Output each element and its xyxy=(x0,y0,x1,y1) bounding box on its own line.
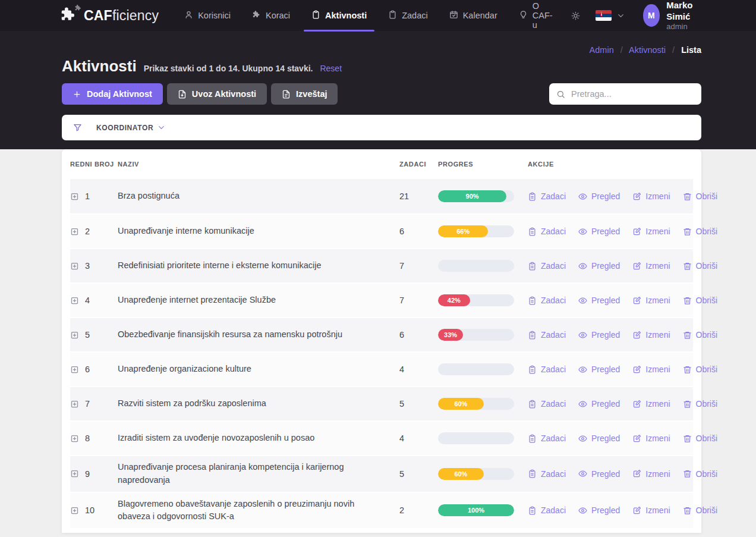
clipboard-list-icon xyxy=(528,262,537,271)
tasks-count: 4 xyxy=(399,434,438,443)
action-zadaci[interactable]: Zadaci xyxy=(528,296,566,305)
row-number: 7 xyxy=(85,399,90,409)
user-menu[interactable]: M Marko Simić admin xyxy=(643,0,706,31)
breadcrumb-admin[interactable]: Admin xyxy=(590,45,614,55)
action-pregled[interactable]: Pregled xyxy=(578,505,620,515)
nav-item-zadaci[interactable]: Zadaci xyxy=(385,0,431,31)
tasks-count: 7 xyxy=(399,296,438,305)
action-zadaci[interactable]: Zadaci xyxy=(528,469,566,479)
action-zadaci[interactable]: Zadaci xyxy=(528,434,566,443)
action-pregled[interactable]: Pregled xyxy=(578,191,620,201)
table-body: 1Brza postignuća2190%ZadaciPregledIzmeni… xyxy=(70,179,693,528)
table-row: 4Unapređenje internet prezentacije Služb… xyxy=(70,282,693,317)
activity-name: Unapređivanje interne komunikacije xyxy=(118,225,399,238)
action-zadaci[interactable]: Zadaci xyxy=(528,227,566,236)
action-obrisi[interactable]: Obriši xyxy=(683,399,718,409)
action-izmeni[interactable]: Izmeni xyxy=(632,261,670,271)
action-zadaci[interactable]: Zadaci xyxy=(528,365,566,374)
action-zadaci[interactable]: Zadaci xyxy=(528,261,566,271)
action-pregled[interactable]: Pregled xyxy=(578,365,620,374)
theme-toggle-sun-icon[interactable] xyxy=(571,11,580,20)
row-number: 8 xyxy=(85,434,90,443)
action-izmeni[interactable]: Izmeni xyxy=(632,505,670,515)
action-obrisi[interactable]: Obriši xyxy=(683,434,718,443)
action-izmeni[interactable]: Izmeni xyxy=(632,434,670,443)
puzzle-icon xyxy=(252,10,261,21)
eye-icon xyxy=(578,365,587,374)
action-izmeni[interactable]: Izmeni xyxy=(632,469,670,479)
action-izmeni[interactable]: Izmeni xyxy=(632,191,670,201)
trash-icon xyxy=(683,262,692,271)
reset-link[interactable]: Reset xyxy=(320,64,342,73)
action-pregled[interactable]: Pregled xyxy=(578,434,620,443)
action-pregled[interactable]: Pregled xyxy=(578,469,620,479)
table-row: 10Blagovremeno obaveštavanje zaposlenih … xyxy=(70,492,693,529)
action-izmeni[interactable]: Izmeni xyxy=(632,399,670,409)
nav-item-aktivnosti[interactable]: Aktivnosti xyxy=(308,0,370,31)
calendar-icon xyxy=(449,10,458,21)
expand-row-icon[interactable] xyxy=(70,262,79,271)
action-izmeni[interactable]: Izmeni xyxy=(632,227,670,236)
action-pregled[interactable]: Pregled xyxy=(578,399,620,409)
expand-row-icon[interactable] xyxy=(70,331,79,340)
action-obrisi[interactable]: Obriši xyxy=(683,227,718,236)
page-header: Admin / Aktivnosti / Lista Aktivnosti Pr… xyxy=(0,31,756,149)
activity-name: Blagovremeno obaveštavanje zaposlenih o … xyxy=(118,498,399,524)
action-obrisi[interactable]: Obriši xyxy=(683,330,718,340)
clipboard-list-icon xyxy=(528,469,537,478)
action-zadaci[interactable]: Zadaci xyxy=(528,191,566,201)
activity-name: Unapređivanje procesa planiranja kompete… xyxy=(118,461,399,487)
language-selector[interactable] xyxy=(596,10,625,21)
action-zadaci[interactable]: Zadaci xyxy=(528,330,566,340)
action-obrisi[interactable]: Obriši xyxy=(683,261,718,271)
action-izmeni[interactable]: Izmeni xyxy=(632,296,670,305)
action-obrisi[interactable]: Obriši xyxy=(683,296,718,305)
action-obrisi[interactable]: Obriši xyxy=(683,505,718,515)
action-obrisi[interactable]: Obriši xyxy=(683,191,718,201)
progress-bar: 90% xyxy=(438,190,514,202)
expand-row-icon[interactable] xyxy=(70,227,79,236)
tasks-count: 5 xyxy=(399,399,438,409)
main-nav: Korisnici Koraci Aktivnosti Zadaci Kalen… xyxy=(181,0,571,31)
tasks-count: 2 xyxy=(399,505,438,515)
expand-row-icon[interactable] xyxy=(70,192,79,201)
action-obrisi[interactable]: Obriši xyxy=(683,469,718,479)
nav-item-koraci[interactable]: Koraci xyxy=(249,0,293,31)
import-activities-button[interactable]: Uvoz Aktivnosti xyxy=(167,83,267,105)
expand-row-icon[interactable] xyxy=(70,296,79,305)
nav-item-korisnici[interactable]: Korisnici xyxy=(181,0,234,31)
row-number: 10 xyxy=(85,505,94,515)
action-zadaci[interactable]: Zadaci xyxy=(528,505,566,515)
action-pregled[interactable]: Pregled xyxy=(578,296,620,305)
app-logo[interactable]: CAFficiency xyxy=(59,6,159,25)
expand-row-icon[interactable] xyxy=(70,506,79,515)
expand-row-icon[interactable] xyxy=(70,400,79,409)
progress-fill: 66% xyxy=(438,225,488,237)
clipboard-list-icon xyxy=(528,296,537,305)
clipboard-list-icon xyxy=(528,434,537,443)
add-activity-button[interactable]: Dodaj Aktivnost xyxy=(62,83,163,105)
action-izmeni[interactable]: Izmeni xyxy=(632,365,670,374)
search-input[interactable] xyxy=(571,89,694,99)
nav-item-o-caf-u[interactable]: O CAF-u xyxy=(516,0,556,31)
action-zadaci[interactable]: Zadaci xyxy=(528,399,566,409)
action-pregled[interactable]: Pregled xyxy=(578,227,620,236)
expand-row-icon[interactable] xyxy=(70,365,79,374)
action-pregled[interactable]: Pregled xyxy=(578,261,620,271)
action-izmeni[interactable]: Izmeni xyxy=(632,330,670,340)
progress-fill: 90% xyxy=(438,190,506,202)
col-zadaci: ZADACI xyxy=(399,161,438,168)
activity-name: Unapređenje internet prezentacije Službe xyxy=(118,294,399,307)
clipboard-icon xyxy=(388,10,397,21)
progress-bar xyxy=(438,363,514,375)
coordinator-filter[interactable]: KOORDINATOR xyxy=(62,115,701,140)
toolbar: Dodaj Aktivnost Uvoz Aktivnosti Izveštaj xyxy=(62,83,701,105)
report-button[interactable]: Izveštaj xyxy=(271,83,338,105)
action-obrisi[interactable]: Obriši xyxy=(683,365,718,374)
action-pregled[interactable]: Pregled xyxy=(578,330,620,340)
row-number: 6 xyxy=(85,365,90,374)
breadcrumb-aktivnosti[interactable]: Aktivnosti xyxy=(629,45,666,55)
expand-row-icon[interactable] xyxy=(70,469,79,478)
nav-item-kalendar[interactable]: Kalendar xyxy=(446,0,500,31)
expand-row-icon[interactable] xyxy=(70,434,79,443)
